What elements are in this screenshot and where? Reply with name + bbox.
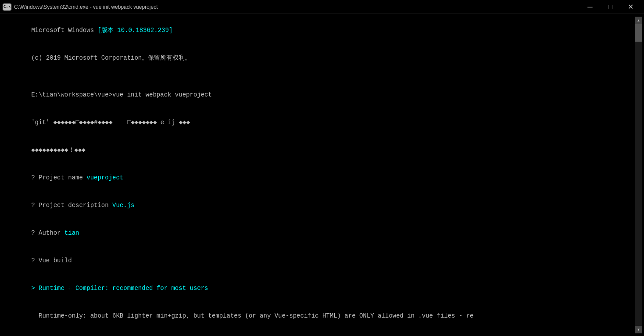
output-line-9: ? Author tian — [2, 219, 635, 247]
project-desc-label: ? Project description — [31, 202, 112, 209]
title-bar: C:\ C:\Windows\System32\cmd.exe - vue in… — [0, 0, 644, 14]
output-line-6: ◆◆◆◆◆◆◆◆◆◆！◆◆◆ — [2, 136, 635, 164]
project-name-value: vueproject — [86, 174, 123, 181]
version-text: [版本 10.0.18362.239] — [97, 27, 172, 34]
output-line-10: ? Vue build — [2, 247, 635, 275]
output-line-5: 'git' ◆◆◆◆◆◆□◆◆◆◆#◆◆◆◆ □◆◆◆◆◆◆◆ e ij ◆◆◆ — [2, 109, 635, 136]
terminal-content: Microsoft Windows [版本 10.0.18362.239] (c… — [2, 17, 635, 333]
scrollbar-track — [635, 24, 642, 326]
ms-windows-text: Microsoft Windows — [31, 27, 97, 34]
runtime-only-option: Runtime-only: about 6KB lighter min+gzip… — [31, 312, 473, 319]
output-line-12: Runtime-only: about 6KB lighter min+gzip… — [2, 302, 635, 330]
output-line-4: E:\tian\workspace\vue>vue init webpack v… — [2, 81, 635, 109]
project-desc-value: Vue.js — [112, 202, 134, 209]
window-title: C:\Windows\System32\cmd.exe - vue init w… — [14, 4, 157, 10]
author-value: tian — [64, 229, 79, 236]
scrollbar-thumb[interactable] — [635, 24, 642, 42]
author-label: ? Author — [31, 229, 64, 236]
output-line-3 — [2, 72, 635, 81]
scrollbar[interactable]: ▲ ▼ — [635, 17, 642, 333]
copyright-text: (c) 2019 Microsoft Corporation。保留所有权利。 — [31, 54, 191, 61]
output-line-2: (c) 2019 Microsoft Corporation。保留所有权利。 — [2, 44, 635, 72]
output-line-13: nder functions are required elsewhere — [2, 330, 635, 333]
runtime-compiler-option: > Runtime + Compiler: recommended for mo… — [31, 285, 208, 292]
scroll-down-button[interactable]: ▼ — [635, 326, 642, 333]
output-line-1: Microsoft Windows [版本 10.0.18362.239] — [2, 17, 635, 44]
cmd-icon: C:\ — [4, 4, 11, 11]
git-warning-text: 'git' ◆◆◆◆◆◆□◆◆◆◆#◆◆◆◆ □◆◆◆◆◆◆◆ e ij ◆◆◆ — [31, 119, 190, 126]
garbled-text: ◆◆◆◆◆◆◆◆◆◆！◆◆◆ — [31, 147, 86, 154]
vue-build-label: ? Vue build — [31, 257, 72, 264]
output-line-8: ? Project description Vue.js — [2, 192, 635, 219]
scroll-up-button[interactable]: ▲ — [635, 17, 642, 24]
command-text: E:\tian\workspace\vue>vue init webpack v… — [31, 91, 212, 98]
output-line-11: > Runtime + Compiler: recommended for mo… — [2, 275, 635, 302]
maximize-button[interactable]: □ — [600, 0, 620, 14]
title-bar-controls: ─ □ ✕ — [580, 0, 640, 14]
project-name-label: ? Project name — [31, 174, 86, 181]
minimize-button[interactable]: ─ — [580, 0, 600, 14]
output-line-7: ? Project name vueproject — [2, 164, 635, 192]
title-bar-left: C:\ C:\Windows\System32\cmd.exe - vue in… — [4, 4, 157, 11]
close-button[interactable]: ✕ — [620, 0, 640, 14]
terminal-window: C:\ C:\Windows\System32\cmd.exe - vue in… — [0, 0, 644, 336]
terminal-body: Microsoft Windows [版本 10.0.18362.239] (c… — [0, 14, 644, 336]
